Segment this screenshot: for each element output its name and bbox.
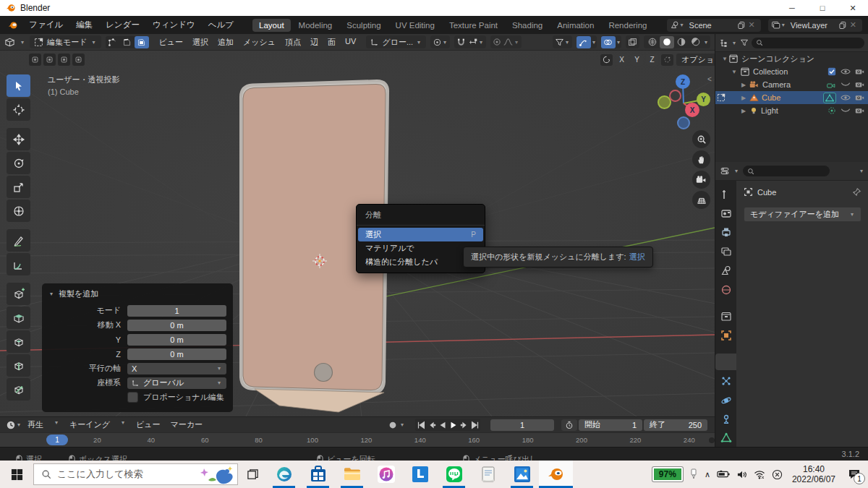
start-button[interactable] — [0, 461, 33, 488]
taskbar-app-notepad[interactable] — [471, 461, 505, 488]
viewport-menu-0[interactable]: ビュー — [159, 37, 184, 48]
mode-selector[interactable]: 編集モード ▾ — [30, 35, 101, 48]
orthographic-toggle-button[interactable] — [692, 191, 710, 209]
properties-tab-physics[interactable] — [715, 392, 736, 408]
timeline-ruler[interactable]: 20406080100120140160180200220240 1 — [0, 432, 715, 447]
jump-to-start-button[interactable] — [415, 419, 426, 431]
solid-shading-button[interactable] — [660, 36, 674, 48]
outliner-row-light[interactable]: ▶Light — [715, 104, 868, 117]
topbar-menu-0[interactable]: ファイル — [29, 20, 63, 30]
taskbar-app-line[interactable] — [437, 461, 471, 488]
viewlayer-selector[interactable]: ▾ ViewLayer ✕ — [768, 19, 862, 32]
camera-visibility-icon[interactable] — [855, 107, 864, 114]
transform-pivot-icon[interactable] — [600, 54, 613, 66]
gizmo-x-axis[interactable]: X — [685, 103, 699, 117]
outliner-item-name[interactable]: Camera — [762, 80, 827, 89]
taskbar-app-blender[interactable] — [539, 461, 573, 488]
workspace-tab-rendering[interactable]: Rendering — [602, 19, 653, 32]
show-hide-filter[interactable]: ▾ — [553, 35, 572, 48]
topbar-menu-4[interactable]: ヘルプ — [208, 20, 234, 30]
outliner-item-name[interactable]: Light — [761, 106, 827, 115]
camera-visibility-icon[interactable] — [855, 68, 864, 75]
copy-tool-icon[interactable] — [29, 53, 41, 66]
blender-app-icon[interactable] — [7, 20, 19, 30]
navigation-gizmo[interactable]: Z Y X — [655, 72, 715, 133]
eye-open-icon[interactable] — [841, 68, 851, 75]
eye-closed-icon[interactable] — [841, 107, 851, 114]
tool-annotate[interactable] — [7, 229, 30, 252]
jump-to-end-button[interactable] — [469, 419, 480, 431]
topbar-menu-1[interactable]: 編集 — [76, 20, 93, 30]
operator-orientation-select[interactable]: グローバル▾ — [127, 377, 226, 389]
workspace-tab-texture-paint[interactable]: Texture Paint — [443, 19, 504, 32]
timeline-menu-3[interactable]: マーカー — [171, 419, 203, 430]
outliner-row-scene-collection[interactable]: ▼シーンコレクション — [715, 52, 868, 65]
zoom-view-button[interactable] — [692, 130, 710, 148]
expand-arrow[interactable]: ▶ — [740, 95, 747, 101]
prev-keyframe-button[interactable] — [426, 419, 437, 431]
tool-move[interactable] — [7, 128, 30, 150]
operator-panel[interactable]: ▾ 複製を追加 モード1移動 X0 mY0 mZ0 m平行の軸X▾座標系グローバ… — [42, 283, 233, 412]
minimize-button[interactable]: ─ — [777, 0, 807, 16]
taskbar-app-itunes[interactable] — [369, 461, 403, 488]
proportional-editing[interactable]: ▾ — [490, 35, 522, 48]
camera-visibility-icon[interactable] — [855, 94, 864, 101]
snap-controls[interactable]: ▾ — [454, 35, 486, 48]
battery-percentage-chip[interactable]: 97% — [652, 467, 683, 481]
expand-arrow[interactable]: ▶ — [740, 82, 747, 88]
current-frame-field[interactable]: 1 — [490, 419, 554, 431]
expand-arrow[interactable]: ▶ — [740, 108, 747, 114]
viewport-menu-1[interactable]: 選択 — [192, 37, 208, 48]
camera-visibility-icon[interactable] — [855, 81, 864, 88]
edge-select-button[interactable] — [120, 36, 135, 48]
playhead-current-frame[interactable]: 1 — [46, 435, 68, 445]
play-reverse-button[interactable] — [437, 419, 448, 431]
taskbar-app-store[interactable] — [301, 461, 335, 488]
close-button[interactable]: ✕ — [838, 0, 868, 16]
material-preview-button[interactable] — [674, 36, 689, 48]
gizmo-y-axis[interactable]: Y — [697, 93, 710, 106]
play-button[interactable] — [448, 419, 459, 431]
properties-tab-collection[interactable] — [715, 308, 736, 325]
xray-toggle[interactable] — [626, 35, 639, 48]
properties-tab-output[interactable] — [715, 224, 736, 241]
taskbar-clock[interactable]: 16:40 2022/06/07 — [792, 464, 835, 484]
proportional-editing-checkbox[interactable] — [127, 392, 138, 403]
outliner-display-mode-icon[interactable] — [719, 38, 728, 48]
outliner-row-collection[interactable]: ▼Collection — [715, 65, 868, 78]
eye-open-icon[interactable] — [841, 94, 851, 101]
workspace-tab-shading[interactable]: Shading — [506, 19, 549, 32]
vertex-select-button[interactable] — [106, 36, 120, 48]
properties-tab-render[interactable] — [715, 205, 736, 221]
properties-options-chevron[interactable]: ▾ — [860, 168, 863, 174]
outliner-row-cube[interactable]: ▶Cube — [715, 91, 868, 104]
gizmo-z-neg[interactable] — [677, 116, 690, 129]
editor-type-icon[interactable] — [4, 37, 15, 48]
add-modifier-button[interactable]: モディファイアーを追加 ▾ — [744, 207, 861, 222]
tool-bevel[interactable] — [7, 330, 30, 353]
operator-select[interactable]: X▾ — [127, 363, 226, 374]
tool-measure[interactable] — [7, 253, 30, 275]
mesh-filter-icon[interactable] — [58, 53, 70, 66]
hidden-icons-chevron[interactable]: ∧ — [705, 470, 710, 479]
operator-value-field[interactable]: 0 m — [127, 334, 226, 346]
collection-checkbox[interactable] — [827, 67, 836, 76]
copy-icon[interactable] — [838, 21, 847, 30]
next-keyframe-button[interactable] — [459, 419, 469, 431]
scrollbar-dot[interactable] — [709, 437, 715, 443]
properties-tab-view-layer[interactable] — [715, 243, 736, 260]
properties-tab-data[interactable] — [715, 430, 736, 447]
viewport-menu-7[interactable]: UV — [345, 37, 356, 48]
transform-orientation[interactable]: グロー... ▾ — [366, 35, 426, 48]
properties-tab-scene[interactable] — [715, 262, 736, 279]
workspace-tab-modeling[interactable]: Modeling — [292, 19, 339, 32]
pan-view-button[interactable] — [692, 150, 710, 168]
outliner-item-name[interactable]: Collection — [753, 67, 827, 76]
timeline-editor-icon[interactable] — [6, 420, 16, 430]
viewport-menu-4[interactable]: 頂点 — [285, 37, 301, 48]
paste-tool-icon[interactable] — [43, 53, 56, 66]
snap-dashed-icon[interactable] — [661, 54, 673, 66]
gizmo-y-neg[interactable] — [669, 90, 681, 102]
tool-loop-cut[interactable] — [7, 354, 30, 377]
viewport-menu-2[interactable]: 追加 — [218, 37, 234, 48]
